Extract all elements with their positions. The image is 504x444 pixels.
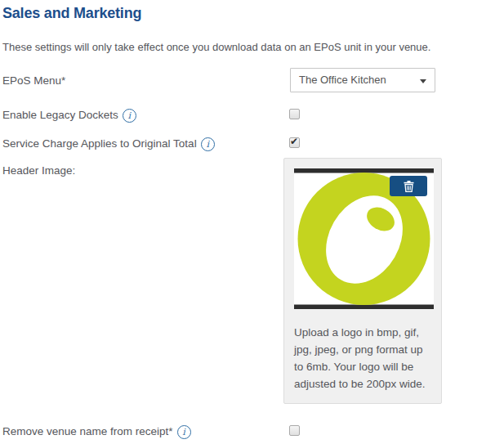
header-image-preview — [294, 168, 434, 309]
service-charge-row: Service Charge Applies to Original Total… — [2, 136, 504, 152]
header-image-panel: Upload a logo in bmp, gif, jpg, jpeg, or… — [283, 158, 442, 404]
legacy-dockets-label: Enable Legacy Dockets i — [2, 107, 283, 123]
info-icon[interactable]: i — [201, 137, 215, 151]
intro-text: These settings will only take effect onc… — [2, 40, 504, 55]
info-icon[interactable]: i — [177, 425, 191, 439]
service-charge-label: Service Charge Applies to Original Total… — [2, 136, 283, 152]
remove-venue-name-checkbox[interactable] — [289, 425, 300, 436]
remove-venue-name-label: Remove venue name from receipt* i — [2, 424, 283, 440]
epos-menu-row: EPoS Menu* The Office Kitchen — [2, 68, 504, 92]
legacy-dockets-checkbox[interactable] — [289, 109, 300, 119]
upload-help-text: Upload a logo in bmp, gif, jpg, jpeg, or… — [294, 324, 433, 392]
page-title: Sales and Marketing — [2, 5, 504, 22]
header-image-label-text: Header Image: — [2, 163, 75, 179]
header-image-label: Header Image: — [2, 158, 283, 179]
epos-menu-label-text: EPoS Menu* — [2, 73, 65, 89]
info-icon[interactable]: i — [123, 109, 136, 123]
trash-icon — [404, 181, 414, 192]
chevron-down-icon — [420, 79, 426, 83]
remove-venue-name-row: Remove venue name from receipt* i — [2, 424, 504, 440]
sales-marketing-settings-page: Sales and Marketing These settings will … — [0, 0, 504, 440]
header-image-row: Header Image: — [2, 158, 504, 404]
service-charge-checkbox[interactable] — [289, 137, 300, 148]
delete-image-button[interactable] — [390, 176, 427, 196]
epos-menu-label: EPoS Menu* — [2, 68, 283, 89]
epos-menu-select[interactable]: The Office Kitchen — [290, 68, 435, 92]
epos-menu-selected-value: The Office Kitchen — [299, 74, 386, 86]
service-charge-label-text: Service Charge Applies to Original Total — [2, 136, 197, 152]
legacy-dockets-label-text: Enable Legacy Dockets — [2, 107, 118, 123]
legacy-dockets-row: Enable Legacy Dockets i — [2, 107, 504, 123]
remove-venue-name-label-text: Remove venue name from receipt* — [2, 424, 173, 440]
